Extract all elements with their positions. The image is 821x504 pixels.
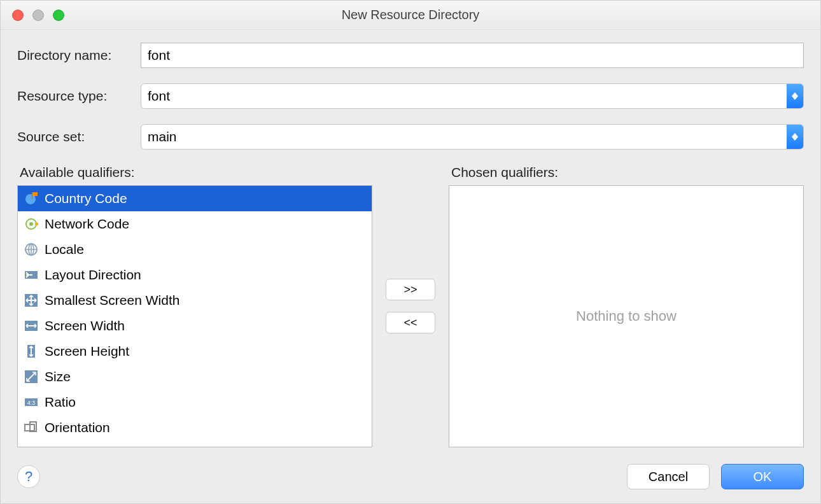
qualifiers-section: Available qualifiers: Country CodeNetwor… [17,165,804,447]
dialog-content: Directory name: Resource type: font Sour… [1,30,820,455]
chosen-qualifiers-label: Chosen qualifiers: [449,165,804,180]
globe-icon [23,241,39,258]
directory-name-input[interactable] [141,43,804,68]
move-buttons-column: >> << [385,165,436,447]
chosen-qualifiers-column: Chosen qualifiers: Nothing to show [449,165,804,447]
available-qualifier-item[interactable]: Screen Height [18,339,372,364]
ratio-icon: 4:3 [23,394,39,410]
resource-type-label: Resource type: [17,88,141,104]
available-qualifier-label: Ratio [45,395,76,410]
remove-qualifier-button[interactable]: << [386,312,435,333]
available-qualifier-item[interactable]: Smallest Screen Width [18,288,372,313]
network-icon [23,216,39,232]
available-qualifier-label: Size [45,369,71,384]
available-qualifier-item[interactable]: Locale [18,237,372,262]
minimize-window-button[interactable] [32,10,44,21]
size-icon [23,368,39,385]
source-set-select[interactable]: main [141,124,804,150]
available-qualifier-label: Layout Direction [45,267,141,283]
available-qualifiers-column: Available qualifiers: Country CodeNetwor… [17,165,372,447]
svg-text:4:3: 4:3 [27,400,36,406]
dialog-window: New Resource Directory Directory name: R… [0,0,821,504]
available-qualifier-label: Screen Height [45,344,129,359]
select-stepper-icon [787,125,803,149]
maximize-window-button[interactable] [53,10,64,21]
svg-rect-4 [35,223,38,225]
cancel-button[interactable]: Cancel [627,464,710,489]
available-qualifier-item[interactable]: Layout Direction [18,262,372,288]
available-qualifier-label: Network Code [45,216,129,232]
chosen-qualifiers-list[interactable]: Nothing to show [449,185,804,447]
ok-button[interactable]: OK [721,464,804,489]
titlebar: New Resource Directory [1,1,820,30]
source-set-value: main [148,129,787,144]
window-title: New Resource Directory [1,8,820,22]
screen-width-icon [23,318,39,334]
available-qualifier-item[interactable]: Network Code [18,211,372,237]
dialog-footer: ? Cancel OK [1,455,820,503]
traffic-lights [12,10,64,21]
globe-flag-icon [23,190,39,207]
resource-type-value: font [148,88,787,104]
available-qualifier-label: Smallest Screen Width [45,293,179,308]
available-qualifier-label: Orientation [45,420,110,435]
resource-type-row: Resource type: font [17,83,804,109]
directory-name-row: Directory name: [17,43,804,68]
chosen-empty-placeholder: Nothing to show [449,186,803,447]
add-qualifier-button[interactable]: >> [386,279,435,300]
resource-type-select[interactable]: font [141,83,804,109]
available-qualifier-label: Screen Width [45,318,125,333]
svg-rect-1 [32,192,32,199]
svg-rect-19 [30,422,36,431]
source-set-row: Source set: main [17,124,804,150]
available-qualifier-item[interactable]: Size [18,364,372,389]
orientation-icon [23,419,39,436]
available-qualifier-label: Locale [45,242,84,257]
directory-name-label: Directory name: [17,48,141,63]
available-qualifiers-label: Available qualifiers: [17,165,372,180]
select-stepper-icon [787,84,803,108]
available-qualifier-item[interactable]: Orientation [18,415,372,440]
available-qualifier-item[interactable]: Screen Width [18,313,372,339]
available-qualifier-item[interactable]: Country Code [18,186,372,211]
available-qualifier-label: Country Code [45,191,127,206]
source-set-label: Source set: [17,129,141,144]
svg-point-3 [29,222,33,226]
screen-height-icon [23,343,39,360]
direction-icon [23,267,39,283]
help-button[interactable]: ? [17,465,40,488]
screen-smallest-icon [23,292,39,309]
available-qualifiers-list[interactable]: Country CodeNetwork CodeLocaleLayout Dir… [17,185,372,447]
close-window-button[interactable] [12,10,24,21]
available-qualifier-item[interactable]: 4:3Ratio [18,389,372,415]
